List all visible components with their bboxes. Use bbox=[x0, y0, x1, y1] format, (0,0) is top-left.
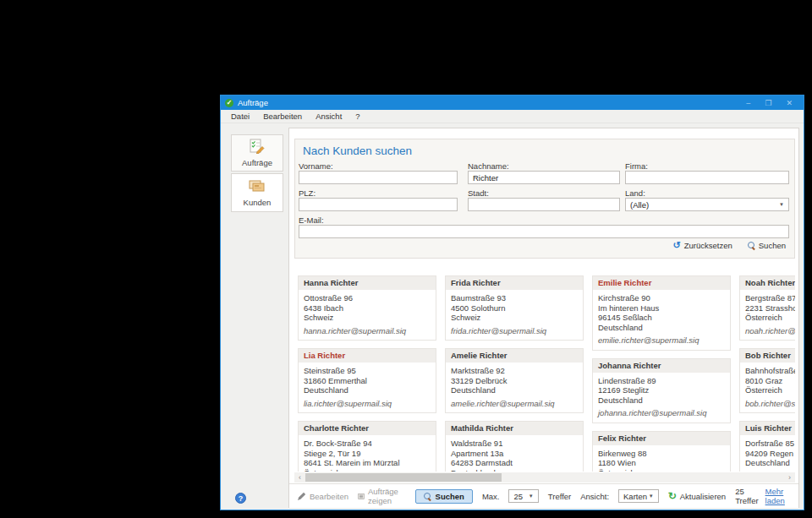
address-line: Deutschland bbox=[598, 395, 725, 406]
orders-list-icon bbox=[358, 492, 365, 501]
address-line: Marktstraße 92 bbox=[451, 366, 578, 376]
address-line: 8641 St. Marein im Mürztal bbox=[304, 458, 431, 468]
reset-button[interactable]: ↺ Zurücksetzen bbox=[673, 240, 732, 251]
menu-bearbeiten[interactable]: Bearbeiten bbox=[256, 112, 309, 121]
customer-card[interactable]: Hanna RichterOttostraße 966438 IbachSchw… bbox=[298, 275, 436, 341]
customer-card-body: Dorfstraße 8594209 RegenDeutschlandluis.… bbox=[740, 435, 795, 472]
menu-help[interactable]: ? bbox=[348, 112, 366, 121]
address-line: Birkenweg 88 bbox=[598, 449, 725, 459]
ansicht-label: Ansicht: bbox=[580, 492, 609, 501]
customer-card[interactable]: Charlotte RichterDr. Bock-Straße 94Stieg… bbox=[298, 421, 436, 472]
customer-name: Mathilda Richter bbox=[446, 422, 583, 435]
maximize-button[interactable]: ❐ bbox=[765, 99, 771, 107]
refresh-button[interactable]: ↻ Aktualisieren bbox=[668, 490, 726, 502]
plz-input[interactable] bbox=[299, 198, 458, 211]
menu-bar: Datei Bearbeiten Ansicht ? bbox=[221, 110, 804, 123]
treffer-label: Treffer bbox=[548, 492, 571, 501]
horizontal-scrollbar[interactable]: ‹ › bbox=[294, 472, 795, 483]
menu-ansicht[interactable]: Ansicht bbox=[309, 112, 348, 121]
customer-email: luis.richter@supermail.siq bbox=[745, 472, 795, 472]
max-select[interactable]: 25 ▼ bbox=[508, 489, 538, 503]
address-line: Österreich bbox=[745, 385, 795, 395]
address-line: Stiege 2, Tür 19 bbox=[304, 449, 431, 459]
scroll-right-icon[interactable]: › bbox=[784, 472, 795, 483]
customer-card[interactable]: Johanna RichterLindenstraße 8912169 Steg… bbox=[592, 358, 731, 423]
search-icon bbox=[424, 493, 431, 500]
close-button[interactable]: ✕ bbox=[786, 99, 793, 107]
address-line: Schweiz bbox=[304, 313, 431, 323]
card-column: Noah RichterBergstraße 872231 StrasshofÖ… bbox=[739, 270, 795, 472]
show-orders-button[interactable]: Aufträge zeigen bbox=[358, 487, 406, 505]
address-line: Baumstraße 93 bbox=[451, 293, 578, 303]
email-input[interactable] bbox=[299, 225, 789, 238]
nachname-input[interactable] bbox=[468, 171, 620, 184]
customer-card-body: Steinstraße 9531860 EmmerthalDeutschland… bbox=[299, 363, 436, 412]
customer-name: Johanna Richter bbox=[593, 359, 730, 373]
customer-email: johanna.richter@supermail.siq bbox=[598, 408, 725, 418]
scroll-left-icon[interactable]: ‹ bbox=[294, 472, 305, 483]
customer-card-body: Baumstraße 934500 SolothurnSchweizfrida.… bbox=[446, 290, 583, 340]
window-title: Aufträge bbox=[238, 98, 268, 107]
edit-button-label: Bearbeiten bbox=[310, 492, 348, 501]
customer-card-body: Bergstraße 872231 StrasshofÖsterreichnoa… bbox=[740, 290, 795, 340]
address-line: Bahnhofstraße 86 bbox=[745, 366, 795, 376]
show-orders-button-label: Aufträge zeigen bbox=[368, 487, 406, 505]
customer-email: hanna.richter@supermail.siq bbox=[304, 326, 431, 336]
reset-button-label: Zurücksetzen bbox=[684, 241, 732, 250]
scrollbar-thumb[interactable] bbox=[305, 473, 502, 482]
address-line: Österreich bbox=[745, 313, 795, 323]
address-line: 64283 Darmstadt bbox=[451, 458, 578, 468]
address-line: Apartment 13a bbox=[451, 449, 578, 459]
app-window: ✓ Aufträge – ❐ ✕ Datei Bearbeiten Ansich… bbox=[220, 95, 804, 510]
pencil-icon bbox=[297, 492, 306, 501]
land-select[interactable]: (Alle) ▼ bbox=[625, 198, 789, 211]
customer-card[interactable]: Amelie RichterMarktstraße 9233129 Delbrü… bbox=[445, 348, 584, 413]
address-line: 12169 Steglitz bbox=[598, 385, 725, 395]
customer-card[interactable]: Frida RichterBaumstraße 934500 Solothurn… bbox=[445, 275, 584, 341]
search-form: Nach Kunden suchen Vorname: Nachname: Fi… bbox=[294, 139, 795, 259]
customer-card[interactable]: Lia RichterSteinstraße 9531860 Emmerthal… bbox=[298, 348, 436, 413]
help-icon[interactable]: ? bbox=[235, 493, 246, 504]
nachname-label: Nachname: bbox=[468, 161, 509, 171]
customer-card[interactable]: Bob RichterBahnhofstraße 868010 GrazÖste… bbox=[739, 348, 795, 413]
load-more-link[interactable]: Mehr laden bbox=[765, 487, 791, 505]
view-select-value: Karten bbox=[623, 492, 647, 501]
customer-card[interactable]: Noah RichterBergstraße 872231 StrasshofÖ… bbox=[739, 275, 795, 341]
sidebar-tab-kunden[interactable]: Kunden bbox=[231, 173, 283, 212]
customer-name: Frida Richter bbox=[446, 276, 583, 290]
customer-card-body: Kirchstraße 90Im hinteren Haus96145 Seßl… bbox=[593, 290, 730, 350]
customer-card[interactable]: Luis RichterDorfstraße 8594209 RegenDeut… bbox=[739, 421, 795, 472]
address-line: 8010 Graz bbox=[745, 376, 795, 386]
sidebar-tab-label: Aufträge bbox=[242, 158, 272, 167]
max-label: Max. bbox=[482, 492, 500, 501]
address-line: Steinstraße 95 bbox=[304, 366, 431, 376]
search-icon bbox=[748, 242, 755, 249]
sidebar-tab-auftraege[interactable]: Aufträge bbox=[231, 134, 283, 172]
minimize-button[interactable]: – bbox=[746, 99, 750, 107]
view-select[interactable]: Karten ▼ bbox=[618, 489, 659, 503]
customer-name: Noah Richter bbox=[740, 276, 795, 290]
toolbar-search-button[interactable]: Suchen bbox=[415, 489, 473, 504]
search-form-title: Nach Kunden suchen bbox=[303, 144, 412, 157]
customer-name: Amelie Richter bbox=[446, 349, 583, 363]
customer-card[interactable]: Emilie RichterKirchstraße 90Im hinteren … bbox=[592, 275, 731, 351]
card-column: Emilie RichterKirchstraße 90Im hinteren … bbox=[592, 270, 731, 472]
customer-card[interactable]: Felix RichterBirkenweg 881180 WienÖsterr… bbox=[592, 431, 731, 472]
menu-datei[interactable]: Datei bbox=[224, 112, 256, 121]
vorname-input[interactable] bbox=[299, 171, 458, 184]
address-line: Kirchstraße 90 bbox=[598, 293, 725, 303]
stadt-input[interactable] bbox=[468, 198, 620, 211]
address-line: Dorfstraße 85 bbox=[745, 439, 795, 449]
address-line: 94209 Regen bbox=[745, 449, 795, 459]
form-search-button[interactable]: Suchen bbox=[748, 241, 786, 250]
customer-card-body: Bahnhofstraße 868010 GrazÖsterreichbob.r… bbox=[740, 363, 795, 412]
address-line: 2231 Strasshof bbox=[745, 303, 795, 314]
customer-card-body: Waldstraße 91Apartment 13a64283 Darmstad… bbox=[446, 435, 583, 472]
customer-card[interactable]: Mathilda RichterWaldstraße 91Apartment 1… bbox=[445, 421, 584, 472]
reset-icon: ↺ bbox=[673, 240, 681, 251]
customer-name: Bob Richter bbox=[740, 349, 795, 363]
customer-card-body: Marktstraße 9233129 DelbrückDeutschlanda… bbox=[446, 363, 583, 412]
firma-input[interactable] bbox=[625, 171, 789, 184]
edit-button[interactable]: Bearbeiten bbox=[297, 492, 348, 501]
customer-email: noah.richter@supermail.siq bbox=[745, 326, 795, 336]
